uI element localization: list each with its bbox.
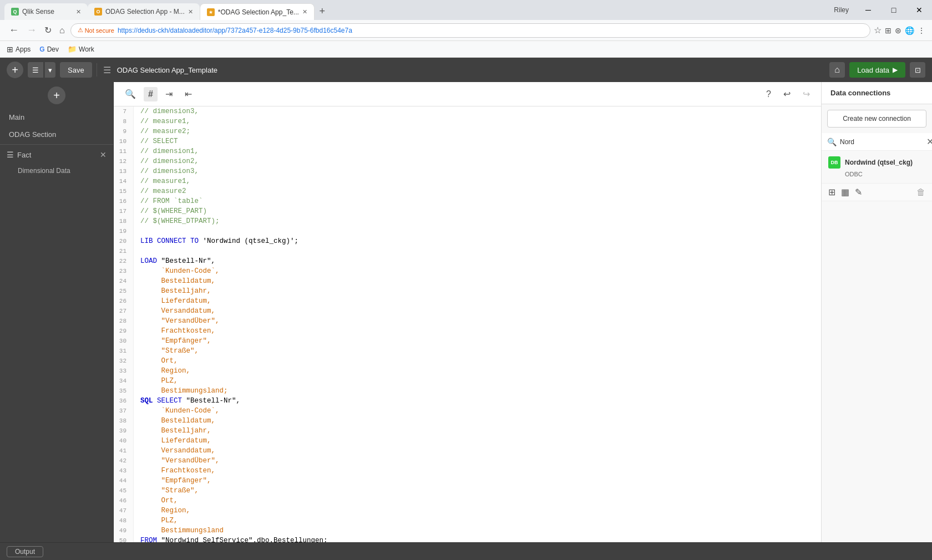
close-group-icon[interactable]: ✕ [100,150,107,159]
extension-button-3[interactable]: 🌐 [905,26,914,35]
minimize-button[interactable]: ─ [855,0,881,20]
editor-area: 🔍 # ⇥ ⇤ ? ↩ ↪ 7// dimension3,8// measure… [114,82,821,542]
sidebar-item-dimensional[interactable]: Dimensional Data [0,164,113,178]
code-line: 10// SELECT [114,136,821,146]
address-bar[interactable]: ⚠ Not secure https://dedus-ckh/dataloade… [70,23,870,38]
line-number: 25 [114,286,134,296]
code-line: 31 "Straße", [114,346,821,356]
extension-button-1[interactable]: ⊞ [885,26,892,35]
help-button[interactable]: ? [762,87,776,101]
comment-button[interactable]: # [144,87,158,101]
apps-icon: ⊞ [7,45,13,54]
line-content: // FROM `table` [134,196,203,206]
line-number: 24 [114,276,134,286]
sidebar-group-fact[interactable]: ☰ Fact ✕ [0,146,113,164]
list-view-button[interactable]: ☰ [28,62,43,78]
code-line: 37 `Kunden-Code`, [114,406,821,416]
code-line: 30 "Empfänger", [114,336,821,346]
code-line: 13// dimension3, [114,166,821,176]
sidebar-item-main[interactable]: Main [0,109,113,126]
line-content: "Empfänger", [134,336,211,346]
apps-bookmark[interactable]: ⊞ Apps [7,45,31,54]
undo-button[interactable]: ↩ [779,86,795,101]
dev-bookmark[interactable]: G Dev [39,45,59,53]
code-line: 44 "Empfänger", [114,476,821,486]
layout-toggle-button[interactable]: ⊡ [910,62,925,78]
close-button[interactable]: ✕ [906,0,932,20]
home-button[interactable]: ⌂ [57,24,67,37]
tab-odag-main[interactable]: O ODAG Selection App - M... ✕ [88,3,200,20]
tab-close-1[interactable]: ✕ [76,8,81,16]
odag-favicon: O [94,8,102,16]
line-content: // dimension3, [134,166,199,176]
tab-close-3[interactable]: ✕ [302,8,307,16]
line-number: 31 [114,346,134,356]
hub-button[interactable]: ⌂ [829,62,845,78]
line-content: // dimension2, [134,156,199,166]
tab-close-2[interactable]: ✕ [188,8,193,16]
output-button[interactable]: Output [7,546,43,557]
line-content: LOAD "Bestell-Nr", [134,256,215,266]
tab-odag-active[interactable]: ★ *ODAG Selection App_Te... ✕ [200,3,315,20]
outdent-button[interactable]: ⇤ [180,86,196,101]
search-clear-icon[interactable]: ✕ [926,136,932,147]
maximize-button[interactable]: □ [881,0,906,20]
code-line: 45 "Straße", [114,486,821,496]
url-display: https://dedus-ckh/dataloadeditor/app/737… [118,27,352,34]
preview-data-button[interactable]: ▦ [839,186,852,198]
code-line: 23 `Kunden-Code`, [114,266,821,276]
connection-search-input[interactable] [840,138,923,146]
line-content: "VersandÜber", [134,316,220,326]
line-number: 11 [114,146,134,156]
save-button[interactable]: Save [60,62,92,78]
extension-button-2[interactable]: ⊛ [895,26,901,35]
code-line: 29 Frachtkosten, [114,326,821,336]
line-number: 44 [114,476,134,486]
new-item-button[interactable]: + [7,62,23,78]
edit-connection-button[interactable]: ✎ [853,186,864,198]
line-content: // $(WHERE_PART) [134,206,207,216]
work-bookmark[interactable]: 📁 Work [68,45,94,53]
redo-button[interactable]: ↪ [798,86,814,101]
code-line: 41 Versanddatum, [114,446,821,456]
new-tab-button[interactable]: + [315,3,330,19]
sidebar-add-button[interactable]: + [48,86,65,104]
sidebar-item-odag[interactable]: ODAG Section [0,126,113,143]
connection-item[interactable]: DB Nordwind (qtsel_ckg) ODBC [822,151,932,184]
select-data-button[interactable]: ⊞ [826,186,838,198]
code-line: 15// measure2 [114,186,821,196]
search-code-button[interactable]: 🔍 [120,86,140,101]
tab-qlik-sense[interactable]: Q Qlik Sense ✕ [4,3,88,20]
search-icon: 🔍 [827,138,837,146]
line-number: 14 [114,176,134,186]
code-line: 46 Ort, [114,496,821,506]
line-content: Bestimmungsland; [134,386,228,396]
line-number: 20 [114,236,134,246]
connection-name: Nordwind (qtsel_ckg) [845,159,913,166]
code-line: 39 Bestelljahr, [114,426,821,436]
star-favicon: ★ [207,8,215,16]
code-editor[interactable]: 7// dimension3,8// measure1,9// measure2… [114,106,821,542]
forward-button[interactable]: → [24,23,39,37]
delete-connection-button[interactable]: 🗑 [914,186,928,198]
line-content: Lieferdatum, [134,296,211,306]
line-content: Versanddatum, [134,446,215,456]
bookmark-button[interactable]: ☆ [874,25,882,35]
line-number: 15 [114,186,134,196]
reload-button[interactable]: ↻ [42,24,54,37]
code-line: 11// dimension1, [114,146,821,156]
line-number: 22 [114,256,134,266]
load-data-button[interactable]: Load data ▶ [849,62,905,78]
create-connection-button[interactable]: Create new connection [827,110,926,128]
line-number: 29 [114,326,134,336]
line-number: 7 [114,106,134,116]
back-button[interactable]: ← [7,23,21,37]
indent-button[interactable]: ⇥ [161,86,177,101]
settings-button[interactable]: ⋮ [918,26,925,35]
line-number: 8 [114,116,134,126]
app-header: + ☰ ▾ Save ☰ ODAG Selection App_Template… [0,58,932,82]
line-content: Ort, [134,496,178,506]
code-line: 9// measure2; [114,126,821,136]
list-dropdown-button[interactable]: ▾ [44,62,55,78]
line-number: 36 [114,396,134,406]
